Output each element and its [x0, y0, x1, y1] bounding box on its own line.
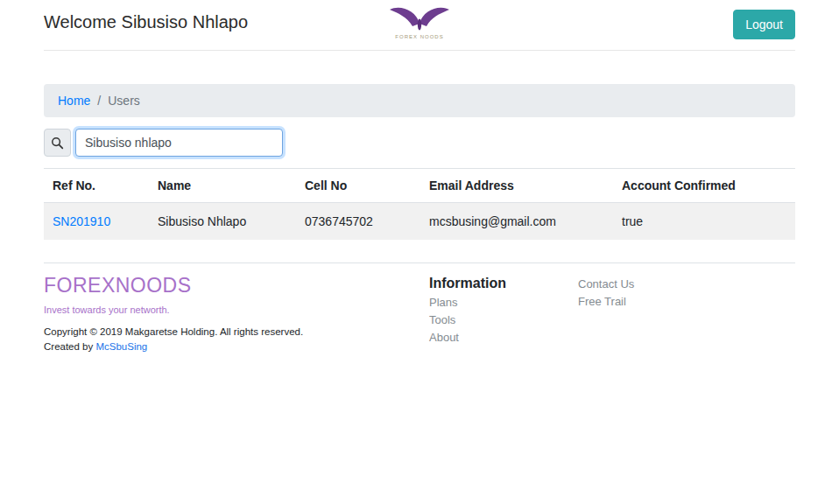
page-title: Welcome Sibusiso Nhlapo: [44, 7, 248, 32]
footer: FOREXNOODS Invest towards your networth.…: [44, 263, 795, 352]
footer-created-by: Created by McSbuSing: [44, 341, 429, 352]
footer-brand-column: FOREXNOODS Invest towards your networth.…: [44, 274, 429, 352]
footer-link-about[interactable]: About: [429, 331, 578, 344]
cell-email: mcsbusing@gmail.com: [420, 203, 613, 241]
breadcrumb-home-link[interactable]: Home: [58, 94, 90, 108]
footer-link-plans[interactable]: Plans: [429, 296, 578, 309]
table-header-row: Ref No. Name Cell No Email Address Accou…: [44, 169, 795, 203]
forex-noods-logo: FOREX NOODS: [380, 2, 459, 45]
page-container: Welcome Sibusiso Nhlapo FOREX NOODS Logo…: [44, 0, 795, 352]
footer-link-contact-us[interactable]: Contact Us: [578, 277, 795, 290]
header: Welcome Sibusiso Nhlapo FOREX NOODS Logo…: [44, 0, 795, 51]
footer-tagline: Invest towards your networth.: [44, 304, 429, 315]
col-header-email: Email Address: [420, 169, 613, 203]
table-row: SN201910 Sibusiso Nhlapo 0736745702 mcsb…: [44, 203, 795, 241]
footer-copyright: Copyright © 2019 Makgaretse Holding. All…: [44, 326, 429, 337]
cell-ref: SN201910: [44, 203, 149, 241]
created-by-link[interactable]: McSbuSing: [95, 341, 147, 352]
footer-contact-column: Contact Us Free Trail: [578, 274, 795, 352]
logout-button[interactable]: Logout: [733, 10, 795, 39]
footer-info-column: Information Plans Tools About: [429, 274, 578, 352]
created-by-text: Created by: [44, 341, 95, 352]
col-header-confirmed: Account Confirmed: [613, 169, 795, 203]
footer-link-free-trail[interactable]: Free Trail: [578, 295, 795, 308]
search-button[interactable]: [44, 129, 71, 157]
footer-link-tools[interactable]: Tools: [429, 313, 578, 326]
ref-link[interactable]: SN201910: [53, 214, 110, 228]
search-input[interactable]: [75, 129, 283, 157]
col-header-name: Name: [149, 169, 296, 203]
breadcrumb: Home / Users: [44, 84, 795, 117]
cell-confirmed: true: [613, 203, 795, 241]
footer-info-heading: Information: [429, 276, 578, 291]
cell-phone: 0736745702: [296, 203, 420, 241]
logo-caption: FOREX NOODS: [395, 34, 443, 39]
breadcrumb-separator: /: [97, 94, 101, 108]
footer-brand: FOREXNOODS: [44, 274, 429, 298]
col-header-ref: Ref No.: [44, 169, 149, 203]
logo-bird-icon: FOREX NOODS: [382, 2, 457, 42]
col-header-cell: Cell No: [296, 169, 420, 203]
users-table: Ref No. Name Cell No Email Address Accou…: [44, 169, 795, 240]
search-row: [44, 129, 795, 169]
search-icon: [51, 136, 64, 150]
breadcrumb-current: Users: [108, 94, 140, 108]
cell-name: Sibusiso Nhlapo: [149, 203, 296, 241]
